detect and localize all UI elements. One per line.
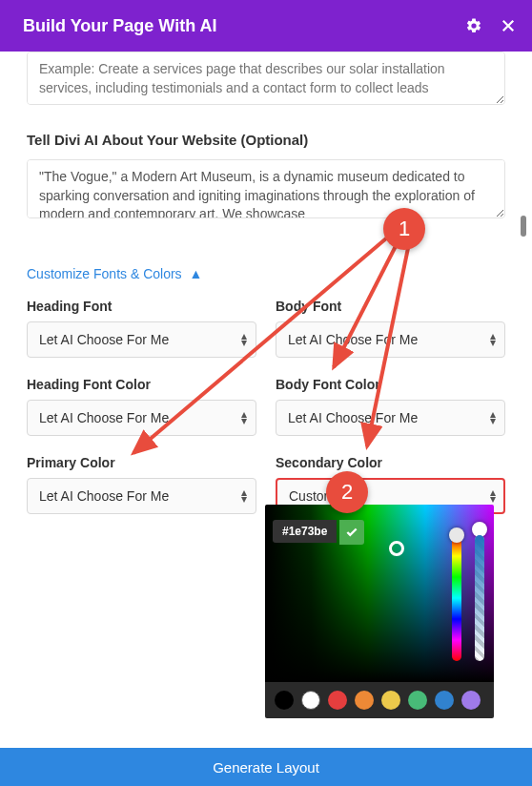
hue-slider[interactable]: [452, 535, 461, 661]
heading-font-color-select[interactable]: Let AI Choose For Me: [27, 400, 256, 436]
heading-font-label: Heading Font: [27, 299, 256, 314]
gear-icon[interactable]: [465, 17, 482, 34]
color-confirm-button[interactable]: [339, 520, 364, 545]
chevron-up-icon: ▲: [190, 266, 203, 281]
font-color-grid: Heading Font Let AI Choose For Me ▴▾ Bod…: [27, 293, 505, 514]
close-icon[interactable]: [500, 17, 517, 34]
alpha-slider[interactable]: [475, 535, 484, 661]
about-textarea[interactable]: "The Vogue," a Modern Art Museum, is a d…: [27, 159, 505, 218]
customize-toggle-label: Customize Fonts & Colors: [27, 266, 182, 281]
color-swatch[interactable]: [408, 691, 427, 710]
color-picker-canvas[interactable]: #1e73be: [265, 505, 494, 682]
modal-title: Build Your Page With AI: [23, 16, 217, 36]
body-font-color-label: Body Font Color: [276, 377, 505, 392]
color-swatch-row: [265, 682, 494, 718]
body-font-select[interactable]: Let AI Choose For Me: [276, 321, 505, 358]
prompt-textarea-wrap: [27, 52, 505, 109]
color-swatch[interactable]: [355, 691, 374, 710]
generate-layout-button[interactable]: Generate Layout: [0, 748, 532, 786]
color-swatch[interactable]: [301, 691, 320, 710]
heading-font-color-label: Heading Font Color: [27, 377, 256, 392]
color-picker-panel: #1e73be: [265, 505, 494, 718]
color-picker-cursor[interactable]: [389, 541, 404, 556]
modal-header: Build Your Page With AI: [0, 0, 532, 52]
color-swatch[interactable]: [275, 691, 294, 710]
header-actions: [465, 17, 517, 34]
body-font-color-select[interactable]: Let AI Choose For Me: [276, 400, 505, 436]
customize-toggle[interactable]: Customize Fonts & Colors ▲: [27, 266, 505, 281]
color-swatch[interactable]: [381, 691, 400, 710]
primary-color-label: Primary Color: [27, 455, 256, 470]
primary-color-select[interactable]: Let AI Choose For Me: [27, 478, 256, 514]
color-swatch[interactable]: [435, 691, 454, 710]
color-hex-input[interactable]: #1e73be: [273, 520, 337, 543]
heading-font-select[interactable]: Let AI Choose For Me: [27, 321, 256, 358]
prompt-textarea[interactable]: [27, 52, 505, 105]
body-font-label: Body Font: [276, 299, 505, 314]
color-swatch[interactable]: [461, 691, 481, 710]
about-scrollbar[interactable]: [521, 216, 526, 237]
secondary-color-label: Secondary Color: [276, 455, 505, 470]
color-swatch[interactable]: [328, 691, 347, 710]
annotation-badge-2: 2: [326, 471, 368, 513]
annotation-badge-1: 1: [383, 208, 425, 250]
about-section-label: Tell Divi AI About Your Website (Optiona…: [27, 132, 505, 148]
